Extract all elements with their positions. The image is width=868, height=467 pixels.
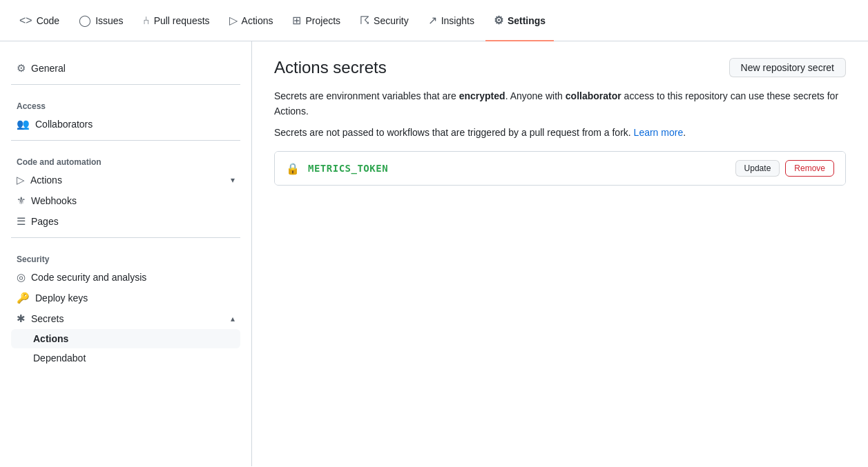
general-icon: ⚙	[17, 62, 26, 74]
sidebar-divider-1	[11, 84, 240, 85]
sidebar-section-security: Security	[11, 244, 240, 267]
settings-icon: ⚙	[494, 14, 503, 27]
update-secret-button[interactable]: Update	[735, 160, 780, 177]
nav-issues[interactable]: ◯ Issues	[70, 0, 131, 41]
sidebar-item-code-security[interactable]: ◎ Code security and analysis	[11, 267, 240, 288]
sidebar-item-collaborators[interactable]: 👥 Collaborators	[11, 114, 240, 135]
actions-row: ▷ Actions ▾	[17, 174, 235, 186]
secret-name: METRICS_TOKEN	[308, 163, 388, 174]
secrets-icon: ✱	[17, 312, 26, 325]
sidebar-item-general[interactable]: ⚙ General	[11, 58, 240, 79]
nav-code-label: Code	[37, 15, 59, 26]
sidebar-section-access: Access	[11, 90, 240, 114]
security-icon: ☈	[360, 14, 369, 27]
desc-bold-encrypted: encrypted	[459, 90, 505, 101]
sidebar-item-secrets[interactable]: ✱ Secrets ▴	[11, 308, 240, 329]
deploy-keys-icon: 🔑	[17, 292, 30, 304]
actions-chevron-icon: ▾	[231, 175, 235, 185]
insights-icon: ↗	[428, 14, 437, 27]
secret-action-buttons: Update Remove	[735, 160, 834, 177]
remove-secret-button[interactable]: Remove	[785, 160, 834, 177]
code-icon: <>	[19, 14, 32, 27]
top-navigation: <> Code ◯ Issues ⑃ Pull requests ▷ Actio…	[0, 0, 868, 41]
sidebar-item-pages[interactable]: ☰ Pages	[11, 211, 240, 232]
secrets-left: ✱ Secrets	[17, 312, 64, 325]
pages-icon: ☰	[17, 215, 26, 228]
page-title: Actions secrets	[274, 58, 387, 77]
issues-icon: ◯	[79, 14, 91, 27]
secrets-list: 🔒 METRICS_TOKEN Update Remove	[274, 151, 846, 186]
sidebar-item-deploy-keys[interactable]: 🔑 Deploy keys	[11, 288, 240, 308]
desc-before-bold1: Secrets are environment variables that a…	[274, 90, 459, 101]
sidebar-sub-actions-label: Actions	[33, 333, 68, 344]
sidebar-divider-2	[11, 140, 240, 141]
sidebar-collaborators-label: Collaborators	[35, 119, 93, 130]
sidebar-divider-3	[11, 237, 240, 238]
sidebar-actions-label: Actions	[30, 175, 62, 186]
desc-bold-collaborator: collaborator	[566, 90, 621, 101]
nav-code[interactable]: <> Code	[11, 0, 68, 41]
sidebar: ⚙ General Access 👥 Collaborators Code an…	[0, 41, 252, 466]
main-content: Actions secrets New repository secret Se…	[252, 41, 868, 466]
actions-icon: ▷	[229, 14, 238, 27]
projects-icon: ⊞	[292, 14, 301, 27]
description-line-1: Secrets are environment variables that a…	[274, 88, 846, 119]
webhooks-icon: ⚜	[17, 195, 26, 207]
nav-issues-label: Issues	[95, 15, 123, 26]
actions-left: ▷ Actions	[17, 174, 62, 186]
sidebar-sub-dependabot-label: Dependabot	[33, 352, 86, 364]
description-box: Secrets are environment variables that a…	[274, 88, 846, 140]
sidebar-general-label: General	[31, 63, 66, 74]
nav-insights-label: Insights	[441, 15, 474, 26]
nav-projects[interactable]: ⊞ Projects	[284, 0, 349, 41]
sidebar-section-code-automation: Code and automation	[11, 146, 240, 170]
desc-mid-text: . Anyone with	[505, 90, 566, 101]
learn-more-link[interactable]: Learn more	[634, 127, 684, 138]
nav-actions-label: Actions	[242, 15, 273, 26]
nav-projects-label: Projects	[305, 15, 340, 26]
collaborators-icon: 👥	[17, 118, 30, 130]
secrets-chevron-icon: ▴	[231, 314, 235, 324]
desc-line2-before: Secrets are not passed to workflows that…	[274, 127, 634, 138]
nav-actions[interactable]: ▷ Actions	[221, 0, 282, 41]
sidebar-webhooks-label: Webhooks	[31, 195, 77, 206]
description-line-2: Secrets are not passed to workflows that…	[274, 125, 846, 140]
nav-security[interactable]: ☈ Security	[351, 0, 417, 41]
sidebar-pages-label: Pages	[31, 216, 59, 227]
nav-insights[interactable]: ↗ Insights	[420, 0, 483, 41]
code-security-icon: ◎	[17, 271, 26, 284]
sidebar-item-actions[interactable]: ▷ Actions ▾	[11, 170, 240, 190]
new-repository-secret-button[interactable]: New repository secret	[729, 58, 846, 77]
lock-icon: 🔒	[286, 162, 300, 175]
desc-learn-more-suffix: .	[683, 127, 686, 138]
sidebar-code-security-label: Code security and analysis	[31, 272, 146, 283]
nav-pull-requests[interactable]: ⑃ Pull requests	[135, 0, 218, 41]
page-layout: ⚙ General Access 👥 Collaborators Code an…	[0, 41, 868, 466]
sidebar-deploy-keys-label: Deploy keys	[35, 292, 88, 304]
sidebar-sub-secrets-dependabot[interactable]: Dependabot	[11, 348, 240, 368]
nav-pull-requests-label: Pull requests	[154, 15, 210, 26]
actions-sidebar-icon: ▷	[17, 174, 25, 186]
pull-requests-icon: ⑃	[143, 14, 150, 27]
secret-row-metrics-token: 🔒 METRICS_TOKEN Update Remove	[275, 152, 845, 185]
secret-left-side: 🔒 METRICS_TOKEN	[286, 162, 388, 175]
page-header: Actions secrets New repository secret	[274, 58, 846, 77]
nav-settings[interactable]: ⚙ Settings	[485, 0, 554, 41]
sidebar-item-webhooks[interactable]: ⚜ Webhooks	[11, 190, 240, 211]
nav-security-label: Security	[374, 15, 409, 26]
sidebar-sub-secrets-actions[interactable]: Actions	[11, 329, 240, 348]
secrets-row: ✱ Secrets ▴	[17, 312, 235, 325]
nav-settings-label: Settings	[508, 15, 546, 26]
sidebar-secrets-label: Secrets	[31, 313, 64, 324]
